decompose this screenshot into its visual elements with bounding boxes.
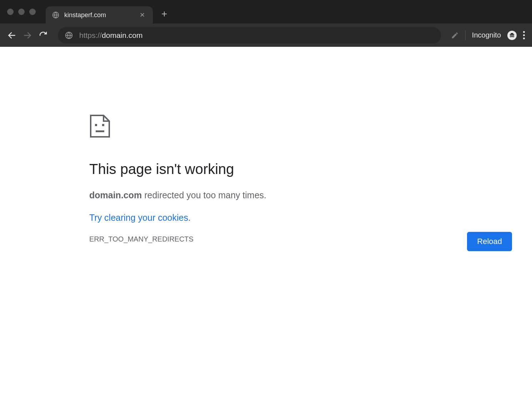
svg-rect-10 — [102, 124, 104, 126]
svg-point-6 — [510, 35, 512, 37]
incognito-label: Incognito — [472, 31, 501, 39]
back-button[interactable] — [7, 31, 16, 40]
sad-page-icon — [89, 114, 532, 140]
url-domain: domain.com — [102, 31, 142, 40]
clear-cookies-link[interactable]: Try clearing your cookies — [89, 213, 188, 223]
error-code: ERR_TOO_MANY_REDIRECTS — [89, 235, 532, 243]
maximize-window-button[interactable] — [29, 9, 36, 15]
pencil-icon[interactable] — [451, 31, 459, 39]
error-message-text: redirected you too many times. — [142, 190, 266, 200]
url-protocol: https:// — [79, 31, 102, 40]
tab-close-icon[interactable]: ✕ — [138, 10, 146, 20]
minimize-window-button[interactable] — [18, 9, 25, 15]
separator — [465, 30, 466, 40]
address-bar[interactable]: https://domain.com — [58, 27, 441, 44]
window-controls — [7, 9, 36, 15]
toolbar-right: Incognito — [451, 30, 525, 40]
error-suggestion: Try clearing your cookies. — [89, 213, 532, 223]
tab-title: kinstaperf.com — [64, 11, 138, 19]
browser-toolbar: https://domain.com Incognito — [0, 24, 532, 47]
error-message: domain.com redirected you too many times… — [89, 190, 532, 200]
page-content: This page isn't working domain.com redir… — [0, 47, 532, 403]
site-info-icon[interactable] — [65, 31, 73, 39]
globe-icon — [52, 11, 59, 19]
browser-chrome: kinstaperf.com ✕ + — [0, 0, 532, 47]
period: . — [188, 213, 191, 223]
svg-rect-11 — [96, 130, 104, 132]
error-domain: domain.com — [89, 190, 142, 200]
new-tab-button[interactable]: + — [161, 8, 167, 20]
svg-rect-9 — [95, 124, 97, 126]
menu-button[interactable] — [523, 31, 525, 39]
svg-point-7 — [512, 35, 514, 37]
incognito-icon[interactable] — [507, 31, 517, 40]
reload-button[interactable]: Reload — [467, 232, 512, 251]
tab-strip: kinstaperf.com ✕ + — [0, 0, 532, 24]
forward-button[interactable] — [23, 31, 32, 40]
reload-icon-button[interactable] — [39, 31, 48, 40]
close-window-button[interactable] — [7, 9, 14, 15]
error-title: This page isn't working — [89, 161, 532, 177]
browser-tab[interactable]: kinstaperf.com ✕ — [46, 6, 153, 24]
